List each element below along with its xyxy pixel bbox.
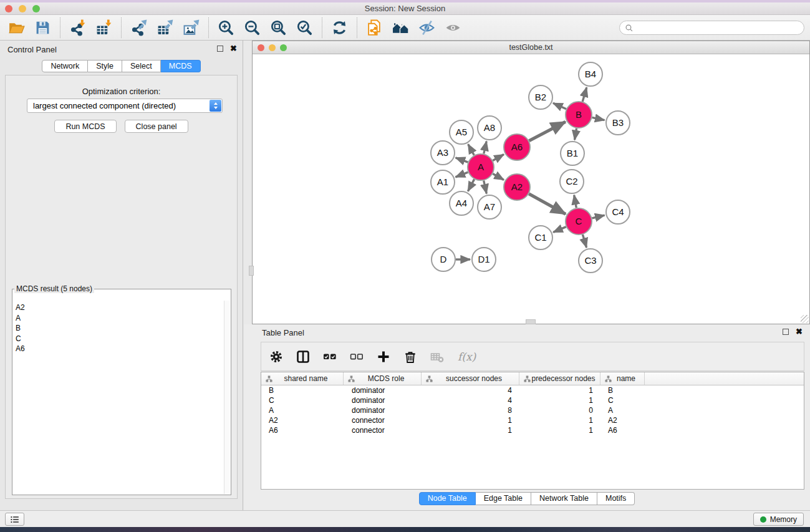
graph-edge-A2-C[interactable] bbox=[529, 194, 566, 215]
zoom-fit-button[interactable] bbox=[267, 17, 290, 38]
memory-button[interactable]: Memory bbox=[753, 513, 804, 526]
float-panel-icon[interactable] bbox=[217, 46, 223, 52]
table-cell[interactable]: 1 bbox=[422, 416, 519, 425]
table-cell[interactable]: 4 bbox=[422, 396, 519, 405]
refresh-layout-button[interactable] bbox=[328, 17, 351, 38]
tab-network-table[interactable]: Network Table bbox=[531, 492, 597, 505]
table-cell[interactable]: A bbox=[600, 406, 645, 415]
column-header-successor-nodes[interactable]: successor nodes bbox=[422, 372, 519, 385]
column-header-name[interactable]: name bbox=[600, 372, 645, 385]
table-cell[interactable]: 1 bbox=[519, 416, 600, 425]
table-cell[interactable]: A2 bbox=[600, 416, 645, 425]
split-view-button[interactable] bbox=[296, 350, 310, 364]
export-table-button[interactable] bbox=[153, 17, 176, 38]
table-cell[interactable]: 0 bbox=[519, 406, 600, 415]
table-row[interactable]: Bdominator41B bbox=[261, 385, 804, 395]
table-cell[interactable]: C bbox=[600, 396, 645, 405]
show-all-columns-button[interactable] bbox=[323, 350, 337, 364]
table-cell[interactable]: connector bbox=[344, 416, 422, 425]
add-column-button[interactable] bbox=[377, 350, 390, 364]
table-row[interactable]: A2connector11A2 bbox=[261, 415, 804, 425]
network-canvas[interactable]: B4B2BB3A5A8A6A3AB1A1C2A2A4A7CC4C1C3DD1 bbox=[253, 54, 809, 324]
table-cell[interactable]: dominator bbox=[344, 406, 422, 415]
close-panel-icon[interactable]: ✖ bbox=[230, 45, 237, 52]
home-pair-button[interactable] bbox=[389, 17, 412, 38]
minimize-window-button[interactable] bbox=[19, 5, 26, 12]
table-row[interactable]: Cdominator41C bbox=[261, 395, 804, 405]
tab-motifs[interactable]: Motifs bbox=[597, 492, 635, 505]
table-cell[interactable]: connector bbox=[344, 426, 422, 435]
column-header-MCDS-role[interactable]: MCDS role bbox=[344, 372, 422, 385]
zoom-out-button[interactable] bbox=[241, 17, 264, 38]
zoom-window-button[interactable] bbox=[32, 5, 40, 12]
graph-edge-A6-B[interactable] bbox=[529, 122, 566, 141]
import-table-button[interactable] bbox=[92, 17, 115, 38]
search-box[interactable] bbox=[619, 21, 804, 35]
result-list-item[interactable]: C bbox=[16, 334, 223, 344]
network-window-titlebar[interactable]: testGlobe.txt bbox=[253, 41, 809, 54]
graph-edge-C-C1[interactable] bbox=[553, 227, 566, 233]
tab-style[interactable]: Style bbox=[88, 60, 122, 72]
float-table-panel-icon[interactable] bbox=[783, 329, 789, 335]
result-list-item[interactable]: A6 bbox=[16, 344, 223, 354]
run-mcds-button[interactable]: Run MCDS bbox=[54, 120, 116, 133]
export-image-button[interactable] bbox=[180, 17, 203, 38]
network-graph[interactable]: B4B2BB3A5A8A6A3AB1A1C2A2A4A7CC4C1C3DD1 bbox=[253, 54, 809, 324]
duplicate-network-button[interactable] bbox=[363, 17, 386, 38]
column-header-predecessor-nodes[interactable]: predecessor nodes bbox=[519, 372, 600, 385]
table-cell[interactable]: 1 bbox=[422, 426, 519, 435]
horizontal-splitter-grip[interactable] bbox=[526, 319, 536, 324]
search-input[interactable] bbox=[637, 24, 799, 32]
table-cell[interactable]: 1 bbox=[519, 396, 600, 405]
close-window-button[interactable] bbox=[5, 5, 12, 12]
graph-edge-B-B2[interactable] bbox=[553, 103, 566, 109]
table-cell[interactable]: 8 bbox=[422, 406, 519, 415]
zoom-in-button[interactable] bbox=[215, 17, 238, 38]
export-network-button[interactable] bbox=[127, 17, 150, 38]
graph-edge-C-C2[interactable] bbox=[574, 195, 577, 208]
result-list-item[interactable]: A2 bbox=[16, 302, 223, 313]
table-row[interactable]: Adominator80A bbox=[261, 405, 804, 415]
column-header-shared-name[interactable]: shared name bbox=[261, 372, 344, 385]
network-close-button[interactable] bbox=[258, 44, 264, 51]
result-list-item[interactable]: B bbox=[16, 323, 223, 334]
graph-edge-A-A8[interactable] bbox=[484, 142, 486, 154]
graph-edge-C-C4[interactable] bbox=[592, 215, 604, 218]
task-history-button[interactable] bbox=[5, 513, 24, 526]
table-cell[interactable]: dominator bbox=[344, 396, 422, 405]
tab-mcds[interactable]: MCDS bbox=[161, 60, 201, 72]
table-cell[interactable]: 1 bbox=[519, 426, 600, 435]
table-cell[interactable]: dominator bbox=[344, 386, 422, 395]
tab-network[interactable]: Network bbox=[42, 60, 88, 72]
graph-edge-B-B3[interactable] bbox=[592, 117, 605, 120]
delete-column-button[interactable] bbox=[403, 350, 417, 364]
close-table-panel-icon[interactable]: ✖ bbox=[796, 328, 803, 335]
graph-edge-A-A3[interactable] bbox=[456, 158, 468, 162]
table-cell[interactable]: C bbox=[261, 396, 344, 405]
hide-all-columns-button[interactable] bbox=[350, 350, 364, 364]
mcds-result-list[interactable]: A2ABCA6 bbox=[13, 301, 223, 494]
table-row[interactable]: A6connector11A6 bbox=[261, 425, 804, 435]
graph-edge-B-B4[interactable] bbox=[582, 87, 587, 102]
graph-edge-A-A4[interactable] bbox=[468, 179, 474, 191]
graph-edge-C-C3[interactable] bbox=[582, 235, 586, 248]
open-file-button[interactable] bbox=[5, 17, 28, 38]
result-list-item[interactable]: A bbox=[16, 313, 223, 324]
save-session-button[interactable] bbox=[31, 17, 54, 38]
graph-edge-A-A2[interactable] bbox=[493, 174, 504, 180]
graph-edge-A-A6[interactable] bbox=[493, 155, 504, 161]
table-cell[interactable]: A2 bbox=[261, 416, 344, 425]
vertical-splitter-grip[interactable] bbox=[249, 266, 254, 276]
graph-edge-A-A7[interactable] bbox=[484, 181, 487, 194]
tab-node-table[interactable]: Node Table bbox=[419, 492, 476, 505]
table-cell[interactable]: 4 bbox=[422, 386, 519, 395]
zoom-selected-button[interactable] bbox=[293, 17, 316, 38]
table-cell[interactable]: B bbox=[600, 386, 645, 395]
settings-button[interactable] bbox=[269, 350, 283, 364]
window-resize-grip[interactable] bbox=[801, 315, 809, 323]
graph-edge-A-A5[interactable] bbox=[468, 144, 475, 155]
network-minimize-button[interactable] bbox=[269, 44, 276, 51]
table-cell[interactable]: A6 bbox=[600, 426, 645, 435]
tab-select[interactable]: Select bbox=[122, 60, 161, 72]
table-cell[interactable]: B bbox=[261, 386, 344, 395]
